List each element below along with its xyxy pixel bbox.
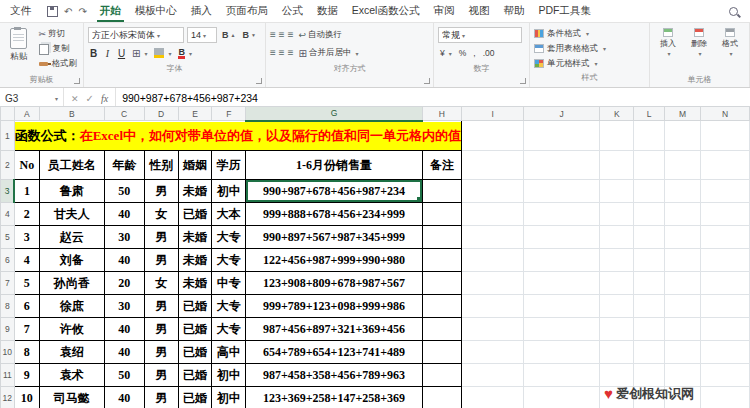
cell-I6[interactable]: [462, 249, 524, 272]
cell-H7[interactable]: [422, 272, 461, 295]
cell-L8[interactable]: [634, 295, 665, 318]
ribbon-tab[interactable]: Excel函数公式: [345, 0, 427, 22]
cell-I9[interactable]: [462, 318, 524, 341]
cell-E5[interactable]: 未婚: [178, 226, 212, 249]
cell-G10[interactable]: 654+789+654+123+741+489: [246, 341, 423, 364]
column-header[interactable]: J: [524, 107, 600, 121]
cell-B11[interactable]: 袁术: [40, 364, 105, 387]
cell-F6[interactable]: 大专: [212, 249, 246, 272]
cell-H3[interactable]: [422, 180, 461, 203]
insert-cells-button[interactable]: 插入: [654, 26, 682, 73]
cell-F11[interactable]: 初中: [212, 364, 246, 387]
cell-B3[interactable]: 鲁肃: [40, 180, 105, 203]
italic-button[interactable]: I: [102, 48, 113, 59]
align-left-icon[interactable]: ≡: [270, 48, 276, 58]
cell-E9[interactable]: 已婚: [178, 318, 212, 341]
align-bottom-icon[interactable]: ≡: [288, 30, 294, 40]
cell-F8[interactable]: 大专: [212, 295, 246, 318]
cell-G5[interactable]: 990+897+567+987+345+999: [246, 226, 423, 249]
row-header[interactable]: 12: [1, 387, 15, 408]
accounting-format-button[interactable]: ¥: [438, 46, 454, 61]
cell-B4[interactable]: 甘夫人: [40, 203, 105, 226]
cell-I3[interactable]: [462, 180, 524, 203]
cell-C4[interactable]: 40: [104, 203, 144, 226]
cell-E4[interactable]: 已婚: [178, 203, 212, 226]
cell-B12[interactable]: 司马懿: [40, 387, 105, 408]
align-top-icon[interactable]: ≡: [270, 30, 276, 40]
cell-K11[interactable]: [600, 364, 634, 387]
cell-B6[interactable]: 刘备: [40, 249, 105, 272]
ribbon-tab[interactable]: 公式: [275, 0, 310, 22]
cell-styles-button[interactable]: 单元格样式: [534, 56, 645, 71]
cell-N2[interactable]: [701, 151, 750, 180]
cell-J2[interactable]: [524, 151, 600, 180]
cell-N11[interactable]: [701, 364, 750, 387]
ribbon-tab[interactable]: 视图: [461, 0, 496, 22]
font-dialog-launcher[interactable]: [256, 78, 262, 84]
column-header[interactable]: K: [600, 107, 634, 121]
row-header[interactable]: 1: [1, 121, 15, 151]
cell-K4[interactable]: [600, 203, 634, 226]
font-name-combo[interactable]: 方正小标宋简体: [88, 27, 184, 43]
cell-D8[interactable]: 男: [144, 295, 178, 318]
cell-C3[interactable]: 50: [104, 180, 144, 203]
cell-C12[interactable]: 40: [104, 387, 144, 408]
cell-A6[interactable]: 4: [14, 249, 39, 272]
cell-J8[interactable]: [524, 295, 600, 318]
delete-cells-button[interactable]: 删除: [685, 26, 713, 73]
title-cell[interactable]: 函数公式：在Excel中，如何对带单位的值，以及隔行的值和同一单元格内的值: [14, 121, 461, 151]
cell-G4[interactable]: 999+888+678+456+234+999: [246, 203, 423, 226]
cell-N1[interactable]: [701, 121, 750, 151]
paste-button[interactable]: 粘贴: [4, 26, 34, 73]
cell-A10[interactable]: 8: [14, 341, 39, 364]
row-header[interactable]: 6: [1, 249, 15, 272]
cell-E6[interactable]: 未婚: [178, 249, 212, 272]
cell-F3[interactable]: 初中: [212, 180, 246, 203]
column-header[interactable]: G: [246, 107, 423, 121]
cell-I8[interactable]: [462, 295, 524, 318]
column-header[interactable]: B: [40, 107, 105, 121]
cell-D11[interactable]: 男: [144, 364, 178, 387]
row-header[interactable]: 11: [1, 364, 15, 387]
table-header[interactable]: 年龄: [104, 151, 144, 180]
column-header[interactable]: M: [664, 107, 700, 121]
increase-font-button[interactable]: B: [220, 28, 237, 43]
cell-H6[interactable]: [422, 249, 461, 272]
column-header[interactable]: N: [701, 107, 750, 121]
cell-L3[interactable]: [634, 180, 665, 203]
save-icon[interactable]: [47, 6, 58, 17]
cancel-icon[interactable]: [71, 93, 79, 104]
cell-D9[interactable]: 男: [144, 318, 178, 341]
cell-A9[interactable]: 7: [14, 318, 39, 341]
cell-J5[interactable]: [524, 226, 600, 249]
cell-G7[interactable]: 123+908+809+678+987+567: [246, 272, 423, 295]
copy-button[interactable]: 复制: [37, 41, 80, 56]
cell-L1[interactable]: [634, 121, 665, 151]
ribbon-tab[interactable]: 数据: [310, 0, 345, 22]
table-header[interactable]: 婚姻: [178, 151, 212, 180]
cell-A11[interactable]: 9: [14, 364, 39, 387]
align-middle-icon[interactable]: ≡: [279, 30, 285, 40]
cell-M11[interactable]: [664, 364, 700, 387]
format-as-table-button[interactable]: 套用表格格式: [534, 41, 645, 56]
cell-J4[interactable]: [524, 203, 600, 226]
font-color-button[interactable]: B: [176, 46, 194, 61]
cell-J7[interactable]: [524, 272, 600, 295]
percent-style-button[interactable]: %: [457, 46, 469, 61]
row-header[interactable]: 9: [1, 318, 15, 341]
name-box[interactable]: G3: [0, 88, 64, 108]
cell-A3[interactable]: 1: [14, 180, 39, 203]
cell-D3[interactable]: 男: [144, 180, 178, 203]
cell-H12[interactable]: [422, 387, 461, 408]
column-header[interactable]: C: [104, 107, 144, 121]
borders-button[interactable]: [130, 46, 149, 61]
cell-C10[interactable]: 40: [104, 341, 144, 364]
cell-N4[interactable]: [701, 203, 750, 226]
decimal-button[interactable]: .00: [481, 46, 497, 61]
cell-E3[interactable]: 未婚: [178, 180, 212, 203]
column-header[interactable]: D: [144, 107, 178, 121]
cell-I2[interactable]: [462, 151, 524, 180]
ribbon-tab[interactable]: 插入: [184, 0, 219, 22]
row-header[interactable]: 2: [1, 151, 15, 180]
table-header[interactable]: 备注: [422, 151, 461, 180]
